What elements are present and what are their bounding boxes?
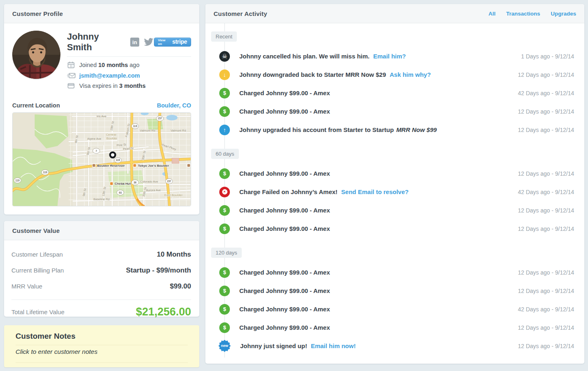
svg-text:Boulder: Boulder (106, 136, 117, 140)
charge-failed-icon: × (219, 187, 230, 197)
activity-link[interactable]: Email him? (373, 53, 406, 60)
tab-upgrades[interactable]: Upgrades (551, 11, 576, 17)
timeline-section-badge: 120 days (211, 248, 242, 258)
svg-text:36: 36 (134, 181, 137, 184)
svg-text:Colorado Ave: Colorado Ave (140, 179, 158, 183)
activity-text: Charged Johnny $99.00 - Amex (239, 108, 330, 115)
activity-timestamp: 12 Days ago - 9/12/14 (518, 170, 584, 177)
charge-icon: $ (219, 88, 230, 98)
total-lifetime-value: $21,256.00 (136, 306, 191, 318)
svg-text:119: 119 (116, 159, 120, 161)
activity-text: Charged Johnny $99.00 - Amex (239, 269, 330, 276)
location-map[interactable]: Iris Ave19th StFolsom StValmont RdValmon… (12, 112, 191, 206)
customer-activity-card: Customer Activity All Transactions Upgra… (205, 4, 584, 364)
billing-plan-label: Current Billing Plan (11, 267, 64, 274)
joined-text: Joined 10 months ago (79, 62, 140, 68)
activity-text: Charge Failed on Johnny’s Amex! (239, 188, 338, 195)
customer-profile-body: Johnny Smith in View on stripe (4, 23, 199, 215)
charge-icon: $ (219, 168, 230, 179)
activity-timestamp: 12 Days ago - 9/12/14 (518, 324, 584, 331)
billing-plan-row: Current Billing Plan Startup - $99/month (11, 266, 191, 275)
location-marker (110, 152, 116, 158)
customer-profile-title: Customer Profile (12, 10, 63, 17)
customer-name: Johnny Smith (67, 31, 126, 53)
svg-text:119: 119 (43, 171, 47, 174)
customer-value-title: Customer Value (12, 227, 60, 234)
activity-timeline: Recent ☠ Johnny cancelled his plan. We w… (205, 23, 584, 363)
charge-icon: $ (219, 322, 230, 333)
customer-email-link[interactable]: jsmith@example.com (79, 72, 140, 79)
current-location-value[interactable]: Boulder, CO (157, 102, 191, 109)
customer-value-card: Customer Value Customer Lifespan 10 Mont… (4, 221, 199, 317)
skull-icon: ☠ (219, 51, 230, 62)
activity-row: new Johnny just signed up! Email him now… (205, 337, 584, 355)
activity-timestamp: 42 Days ago - 9/12/14 (518, 306, 584, 313)
activity-timestamp: 12 Days ago - 9/12/14 (518, 269, 584, 276)
activity-row: $ Charged Johnny $99.00 - Amex 12 Days a… (205, 219, 584, 238)
activity-emphasis: MRR Now $99 (396, 126, 437, 133)
timeline-section-badge: Recent (211, 31, 237, 42)
activity-timestamp: 12 Days ago - 9/12/14 (518, 127, 584, 133)
svg-text:Valmont Rd: Valmont Rd (171, 129, 186, 132)
calendar-icon: 31 (67, 61, 79, 69)
customer-notes-title: Customer Notes (16, 332, 188, 341)
activity-text: Charged Johnny $99.00 - Amex (239, 225, 330, 232)
twitter-icon[interactable] (143, 38, 154, 47)
activity-row: $ Charged Johnny $99.00 - Amex 42 Days a… (205, 84, 584, 102)
activity-timestamp: 1 Days ago - 9/12/14 (521, 53, 584, 60)
linkedin-icon[interactable]: in (130, 38, 139, 47)
activity-row: $ Charged Johnny $99.00 - Amex 12 Days a… (205, 164, 584, 183)
svg-text:31: 31 (69, 65, 73, 67)
activity-text: Charged Johnny $99.00 - Amex (239, 306, 330, 313)
svg-text:Central: Central (106, 133, 116, 136)
upgrade-icon: ↑ (219, 125, 230, 135)
activity-link[interactable]: Ask him why? (390, 71, 431, 78)
tab-transactions[interactable]: Transactions (506, 11, 540, 17)
map-building (172, 158, 179, 163)
charge-icon: $ (219, 286, 230, 296)
activity-text: Charged Johnny $99.00 - Amex (239, 89, 330, 96)
charge-icon: $ (219, 304, 230, 315)
credit-card-icon (67, 82, 79, 89)
activity-text: Johnny cancelled his plan. We will miss … (239, 53, 370, 60)
activity-text: Charged Johnny $99.00 - Amex (239, 324, 330, 331)
mrr-value: $99.00 (170, 282, 191, 291)
activity-text: Charged Johnny $99.00 - Amex (239, 170, 330, 177)
svg-text:93: 93 (119, 191, 122, 194)
svg-text:Cheba Hut: Cheba Hut (115, 182, 131, 186)
activity-text: Charged Johnny $99.00 - Amex (239, 207, 330, 214)
activity-link[interactable]: Email him now! (311, 342, 356, 349)
customer-profile-header: Customer Profile (4, 4, 199, 23)
activity-text: Charged Johnny $99.00 - Amex (239, 287, 330, 294)
timeline-section: 120 days $ Charged Johnny $99.00 - Amex … (205, 248, 584, 355)
activity-row: $ Charged Johnny $99.00 - Amex 12 Days a… (205, 102, 584, 121)
view-on-stripe-button[interactable]: View on stripe (154, 38, 191, 47)
activity-timestamp: 12 Days ago - 9/12/14 (518, 108, 584, 115)
svg-text:Baseline Rd: Baseline Rd (94, 197, 110, 201)
timeline-section-badge: 60 days (211, 149, 239, 159)
timeline-section: 60 days $ Charged Johnny $99.00 - Amex 1… (205, 149, 584, 238)
timeline-section: Recent ☠ Johnny cancelled his plan. We w… (205, 31, 584, 139)
activity-row: $ Charged Johnny $99.00 - Amex 12 Days a… (205, 282, 584, 300)
activity-filter-tabs: All Transactions Upgrades (488, 11, 576, 17)
activity-text: Johnny upgraded his account from Starter… (239, 126, 394, 133)
lifespan-row: Customer Lifespan 10 Months (11, 250, 191, 259)
lifespan-label: Customer Lifespan (11, 251, 63, 258)
billing-plan-value: Startup - $99/month (126, 266, 191, 275)
tab-all[interactable]: All (488, 11, 495, 17)
charge-icon: $ (219, 205, 230, 216)
charge-icon: $ (219, 223, 230, 234)
timeline-section-items: ☠ Johnny cancelled his plan. We will mis… (205, 47, 584, 139)
activity-link[interactable]: Send Email to resolve? (341, 188, 409, 195)
svg-text:157: 157 (167, 180, 172, 183)
customer-notes-card[interactable]: Customer Notes Click to enter customer n… (4, 325, 199, 367)
customer-notes-placeholder[interactable]: Click to enter customer notes (16, 345, 188, 358)
visa-row: Visa expires in 3 months (67, 82, 191, 89)
activity-row: $ Charged Johnny $99.00 - Amex 12 Days a… (205, 318, 584, 337)
customer-profile-card: Customer Profile (4, 4, 199, 215)
email-row: jsmith@example.com (67, 72, 191, 79)
activity-timestamp: 12 Days ago - 9/12/14 (518, 288, 584, 294)
mrr-row: MRR Value $99.00 (11, 282, 191, 291)
svg-text:119: 119 (133, 125, 138, 127)
timeline-section-items: $ Charged Johnny $99.00 - Amex 12 Days a… (205, 164, 584, 238)
